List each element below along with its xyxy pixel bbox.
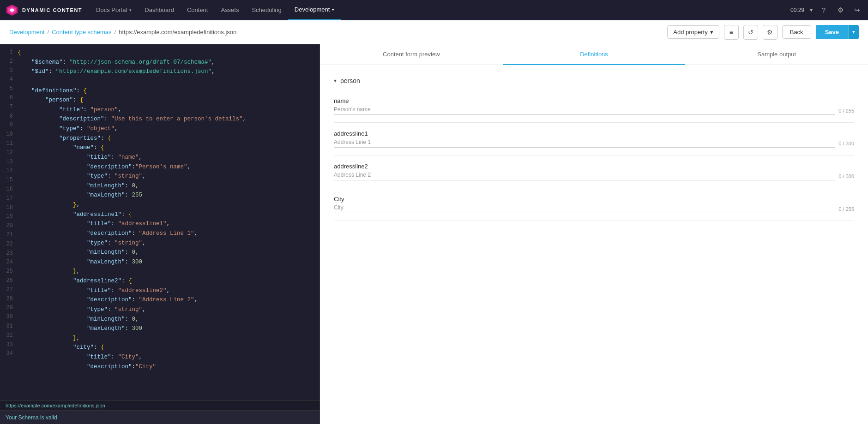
- code-content[interactable]: { "$schema": "http://json-schema.org/dra…: [18, 44, 319, 400]
- nav-item-content[interactable]: Content: [181, 0, 215, 20]
- list-view-icon[interactable]: ≡: [724, 25, 739, 40]
- person-group: ▾ person name Person's name 0 / 255 addr…: [334, 74, 854, 221]
- field-placeholder-0: Person's name: [334, 106, 835, 115]
- app-title: DYNAMIC CONTENT: [22, 7, 82, 13]
- nav-items: Docs Portal ▾ Dashboard Content Assets S…: [90, 0, 790, 20]
- field-input-row-2: Address Line 2 0 / 300: [334, 172, 854, 180]
- toolbar-actions: Add property ▾ ≡ ↺ ⚙ Back Save ▾: [667, 25, 859, 40]
- field-row-2: addressline2 Address Line 2 0 / 300: [334, 155, 854, 188]
- person-group-label: person: [340, 77, 360, 84]
- add-property-button[interactable]: Add property ▾: [667, 25, 719, 39]
- chevron-down-icon: ▾: [129, 8, 132, 12]
- chevron-down-icon: ▾: [710, 29, 713, 36]
- tab-content-form-preview[interactable]: Content form preview: [320, 44, 503, 65]
- line-numbers: 1234567891011121314151617181920212223242…: [0, 44, 18, 400]
- field-label-2: addressline2: [334, 163, 854, 170]
- save-button[interactable]: Save: [816, 25, 848, 39]
- breadcrumb-sep-1: /: [48, 29, 49, 36]
- breadcrumb-development[interactable]: Development: [9, 29, 45, 36]
- main-layout: 1234567891011121314151617181920212223242…: [0, 44, 868, 424]
- right-content: ▾ person name Person's name 0 / 255 addr…: [320, 65, 868, 424]
- breadcrumb-url: https://example.com/exampledefinitions.j…: [119, 29, 236, 36]
- code-editor[interactable]: 1234567891011121314151617181920212223242…: [0, 44, 319, 400]
- help-icon[interactable]: ?: [818, 5, 829, 16]
- dropdown-arrow-icon[interactable]: ▾: [810, 7, 813, 13]
- field-counter-2: 0 / 300: [838, 173, 854, 179]
- field-row-1: addressline1 Address Line 1 0 / 300: [334, 123, 854, 155]
- field-counter-0: 0 / 255: [838, 108, 854, 113]
- tab-definitions[interactable]: Definitions: [503, 44, 686, 65]
- field-placeholder-3: City: [334, 204, 835, 213]
- save-dropdown-button[interactable]: ▾: [848, 25, 859, 39]
- logo-area: DYNAMIC CONTENT: [6, 4, 82, 17]
- status-bar: Your Schema is valid: [0, 410, 319, 424]
- clock-display: 00:29: [790, 7, 804, 13]
- field-input-row-0: Person's name 0 / 255: [334, 106, 854, 115]
- tab-sample-output[interactable]: Sample output: [685, 44, 868, 65]
- nav-item-dashboard[interactable]: Dashboard: [138, 0, 181, 20]
- chevron-down-icon: ▾: [332, 7, 334, 12]
- right-panel: Content form preview Definitions Sample …: [320, 44, 868, 424]
- right-tabs: Content form preview Definitions Sample …: [320, 44, 868, 65]
- nav-item-assets[interactable]: Assets: [214, 0, 245, 20]
- field-label-1: addressline1: [334, 130, 854, 137]
- settings-icon[interactable]: ⚙: [835, 5, 846, 16]
- field-label-0: name: [334, 97, 854, 104]
- nav-item-scheduling[interactable]: Scheduling: [245, 0, 288, 20]
- field-row-0: name Person's name 0 / 255: [334, 90, 854, 123]
- back-button[interactable]: Back: [782, 25, 811, 39]
- field-label-3: City: [334, 196, 854, 203]
- breadcrumb: Development / Content type schemas / htt…: [9, 29, 667, 36]
- breadcrumb-content-type[interactable]: Content type schemas: [52, 29, 111, 36]
- save-button-group: Save ▾: [816, 25, 859, 39]
- person-group-header[interactable]: ▾ person: [334, 74, 854, 90]
- field-placeholder-1: Address Line 1: [334, 139, 835, 148]
- logo-icon: [6, 4, 18, 17]
- field-input-row-3: City 0 / 255: [334, 204, 854, 213]
- field-input-row-1: Address Line 1 0 / 300: [334, 139, 854, 148]
- toolbar: Development / Content type schemas / htt…: [0, 20, 868, 44]
- code-editor-panel: 1234567891011121314151617181920212223242…: [0, 44, 320, 424]
- nav-right: 00:29 ▾ ? ⚙ ↪: [790, 5, 862, 16]
- url-bar: https://example.com/exampledefinitions.j…: [0, 400, 319, 410]
- nav-item-docs[interactable]: Docs Portal ▾: [90, 0, 138, 20]
- field-counter-3: 0 / 255: [838, 206, 854, 212]
- top-navigation: DYNAMIC CONTENT Docs Portal ▾ Dashboard …: [0, 0, 868, 20]
- filter-icon[interactable]: ⚙: [763, 25, 778, 40]
- chevron-down-icon: ▾: [334, 78, 337, 84]
- history-icon[interactable]: ↺: [743, 25, 758, 40]
- field-rows: name Person's name 0 / 255 addressline1 …: [334, 90, 854, 221]
- field-placeholder-2: Address Line 2: [334, 172, 835, 180]
- nav-item-development[interactable]: Development ▾: [288, 0, 341, 20]
- field-row-3: City City 0 / 255: [334, 188, 854, 221]
- breadcrumb-sep-2: /: [115, 29, 116, 36]
- logout-icon[interactable]: ↪: [851, 5, 862, 16]
- field-counter-1: 0 / 300: [838, 141, 854, 146]
